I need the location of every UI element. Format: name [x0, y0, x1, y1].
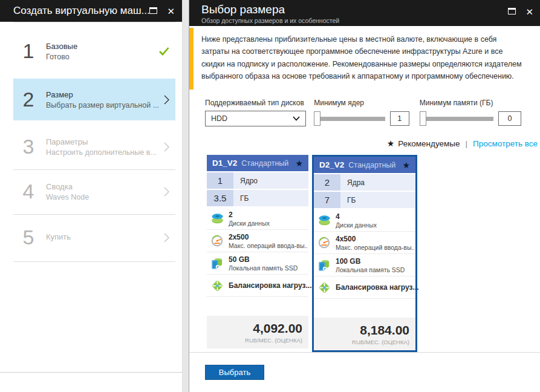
- slider-handle[interactable]: [314, 111, 320, 126]
- step-number: 1: [13, 39, 44, 63]
- disk-type-value: HDD: [211, 114, 293, 123]
- ssd-storage-icon: [210, 257, 224, 270]
- size-filters: Поддерживаемый тип дисков HDD Минимум яд…: [205, 99, 521, 126]
- page-subtitle: Обзор доступных размеров и их особенност…: [201, 17, 508, 24]
- cores-label: Ядра: [340, 174, 365, 191]
- feature-data-disks: 2 Диски данных: [207, 207, 308, 230]
- step-number: 4: [13, 180, 44, 203]
- step-title: Размер: [46, 90, 164, 99]
- star-icon: ★: [387, 139, 395, 148]
- feature-max-iops: 2x500 Макс. операций ввода-вы...: [207, 230, 308, 252]
- step-buy[interactable]: 5 Купить: [13, 215, 175, 262]
- size-tier: Стандартный: [241, 159, 288, 168]
- price-unit: RUB/МЕС. (ОЦЕНКА): [314, 339, 409, 345]
- restore-icon[interactable]: [149, 5, 157, 16]
- slider-handle[interactable]: [420, 111, 426, 126]
- cores-label: Ядро: [233, 172, 258, 189]
- step-number: 3: [13, 135, 44, 158]
- vm-size-card-d1-v2[interactable]: D1_V2 Стандартный ★ 1 Ядро 3.5 ГБ: [207, 155, 308, 348]
- size-cards: D1_V2 Стандартный ★ 1 Ядро 3.5 ГБ: [207, 155, 540, 352]
- size-name: D2_V2: [319, 160, 344, 169]
- feature-local-ssd: 50 GB Локальная память SSD: [207, 252, 308, 275]
- step-basics[interactable]: 1 Базовые Готово: [13, 28, 175, 73]
- star-icon: ★: [295, 158, 303, 168]
- data-disks-icon: [210, 212, 224, 224]
- cores-count: 2: [314, 174, 340, 191]
- chevron-right-icon: [164, 95, 169, 105]
- memory-label: ГБ: [340, 192, 356, 208]
- step-title: Базовые: [46, 42, 158, 51]
- step-title: Сводка: [46, 182, 164, 191]
- separator: |: [466, 139, 468, 148]
- close-icon[interactable]: ✕: [525, 7, 533, 16]
- min-cores-slider[interactable]: [314, 111, 385, 126]
- pricing-info-text: Ниже представлены приблизительные цены в…: [194, 28, 540, 90]
- min-memory-label: Минимум памяти (ГБ): [420, 99, 521, 107]
- slider-track: [420, 117, 493, 121]
- feature-local-ssd: 100 GB Локальная память SSD: [314, 254, 415, 276]
- select-button[interactable]: Выбрать: [205, 365, 264, 380]
- star-icon: ★: [402, 160, 410, 170]
- page-title: Выбор размера: [201, 3, 508, 16]
- left-blade-footer-divider: [0, 372, 182, 373]
- accent-bar: [189, 28, 194, 90]
- recommended-toggle[interactable]: Рекомендуемые: [398, 139, 460, 148]
- step-title: Параметры: [46, 137, 164, 146]
- min-cores-input[interactable]: [390, 111, 409, 126]
- disk-type-label: Поддерживаемый тип дисков: [205, 99, 306, 107]
- chevron-right-icon: [164, 187, 169, 197]
- feature-load-balancing: Балансировка нагруз...: [207, 275, 308, 297]
- step-subtitle: Настроить дополнительные в...: [46, 148, 164, 157]
- close-icon[interactable]: ✕: [167, 7, 175, 16]
- wizard-steps: 1 Базовые Готово 2 Размер Выбрать размер…: [13, 22, 175, 262]
- min-memory-slider[interactable]: [420, 111, 493, 126]
- iops-gauge-icon: [210, 235, 224, 247]
- load-balancer-icon: [317, 281, 331, 294]
- pricing-info-banner: Ниже представлены приблизительные цены в…: [189, 28, 540, 90]
- ssd-storage-icon: [317, 259, 331, 272]
- load-balancer-icon: [210, 279, 224, 292]
- size-tier: Стандартный: [348, 161, 395, 169]
- feature-data-disks: 4 Диски данных: [314, 209, 415, 232]
- size-name: D1_V2: [212, 158, 237, 168]
- step-settings[interactable]: 3 Параметры Настроить дополнительные в..…: [13, 128, 175, 170]
- footer-divider: [189, 352, 540, 353]
- step-subtitle: Готово: [46, 53, 158, 61]
- price-value: 4,092.00: [207, 321, 302, 336]
- step-number: 5: [13, 226, 44, 249]
- feature-load-balancing: Балансировка нагруз...: [314, 276, 415, 299]
- left-blade-title: Создать виртуальную маш...: [13, 5, 149, 17]
- view-toggle-row: ★ Рекомендуемые | Просмотреть все: [189, 139, 538, 148]
- feature-max-iops: 4x500 Макс. операций ввода-вы...: [314, 232, 415, 254]
- disk-type-select[interactable]: HDD: [205, 111, 306, 126]
- price-unit: RUB/МЕС. (ОЦЕНКА): [207, 337, 302, 344]
- slider-track: [314, 117, 385, 121]
- view-all-link[interactable]: Просмотреть все: [473, 139, 538, 148]
- step-number: 2: [13, 88, 44, 111]
- chevron-right-icon: [164, 142, 169, 152]
- step-subtitle: Выбрать размер виртуальной ...: [46, 101, 164, 109]
- memory-amount: 3.5: [207, 190, 233, 206]
- price-value: 8,184.00: [314, 323, 409, 338]
- create-vm-blade: Создать виртуальную маш... ✕ 1 Базовые Г…: [0, 0, 183, 392]
- memory-amount: 7: [314, 192, 340, 208]
- iops-gauge-icon: [317, 237, 331, 249]
- min-memory-input[interactable]: [498, 111, 521, 126]
- cores-count: 1: [207, 172, 233, 189]
- restore-icon[interactable]: [508, 6, 516, 17]
- step-size[interactable]: 2 Размер Выбрать размер виртуальной ...: [13, 79, 175, 120]
- chevron-right-icon: [164, 233, 169, 243]
- data-disks-icon: [317, 214, 331, 226]
- right-blade-titlebar: Выбор размера Обзор доступных размеров и…: [189, 0, 540, 26]
- choose-size-blade: Выбор размера Обзор доступных размеров и…: [189, 0, 540, 392]
- chevron-down-icon: [293, 114, 300, 123]
- memory-label: ГБ: [233, 190, 249, 206]
- vm-size-card-d2-v2[interactable]: D2_V2 Стандартный ★ 2 Ядра 7 ГБ: [312, 155, 417, 352]
- step-subtitle: Waves Node: [46, 193, 164, 201]
- check-icon: [158, 47, 169, 56]
- min-cores-label: Минимум ядер: [314, 99, 409, 107]
- step-title: Купить: [46, 232, 164, 241]
- step-summary[interactable]: 4 Сводка Waves Node: [13, 170, 175, 215]
- left-blade-titlebar: Создать виртуальную маш... ✕: [0, 0, 182, 22]
